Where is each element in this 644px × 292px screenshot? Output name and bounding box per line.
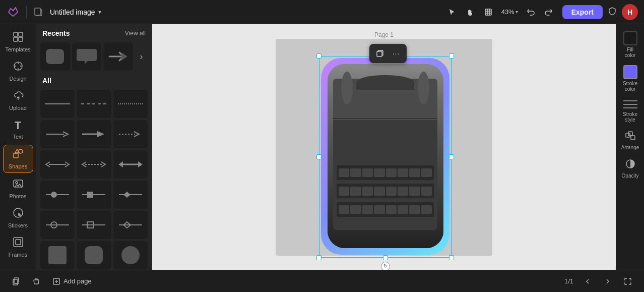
sidebar-item-text[interactable]: T Text <box>3 116 33 143</box>
stroke-style-icon <box>623 99 637 110</box>
svg-point-21 <box>51 192 57 198</box>
shape-slider2-diamond[interactable] <box>113 211 148 239</box>
handle-top-right[interactable] <box>449 53 454 59</box>
recent-rounded-rect[interactable] <box>40 42 70 71</box>
arrange-label: Arrange <box>621 145 639 150</box>
stroke-color-label: Stroke color <box>623 81 637 92</box>
copy-style-btn[interactable] <box>372 46 388 61</box>
zoom-control[interactable]: 43% ▾ <box>498 6 521 18</box>
user-avatar[interactable]: H <box>622 4 638 20</box>
shapes-grid <box>36 88 152 270</box>
app-logo[interactable] <box>6 5 20 19</box>
cursor-tool-btn[interactable] <box>444 4 460 20</box>
shape-line-dashed[interactable] <box>77 90 111 118</box>
fill-color-panel[interactable]: Fill color <box>618 29 642 60</box>
add-page-label: Add page <box>63 277 92 285</box>
prev-page-btn[interactable] <box>579 273 596 289</box>
sidebar-item-design[interactable]: Design <box>3 57 33 85</box>
hand-tool-btn[interactable] <box>462 4 478 20</box>
frames-label: Frames <box>9 252 27 258</box>
recent-arrow[interactable] <box>103 42 133 71</box>
svg-rect-7 <box>14 153 18 158</box>
svg-rect-31 <box>626 133 630 137</box>
stickers-label: Stickers <box>8 222 28 228</box>
delete-page-btn[interactable] <box>28 273 44 289</box>
svg-rect-11 <box>14 238 23 247</box>
svg-rect-0 <box>35 8 40 15</box>
shapes-panel: Recents View all <box>36 24 152 270</box>
redo-btn[interactable] <box>540 4 556 20</box>
sidebar-item-shapes[interactable]: Shapes <box>3 145 33 173</box>
document-title: Untitled image <box>50 8 95 16</box>
recents-title: Recents <box>42 29 70 37</box>
design-label: Design <box>9 76 26 82</box>
rotate-handle[interactable]: ↻ <box>381 262 390 270</box>
frame-select-btn[interactable] <box>480 4 496 20</box>
shape-arrow-right[interactable] <box>40 120 75 148</box>
shape-arrow-both-bold[interactable] <box>113 150 148 179</box>
main-content: Templates Design Upload T Text <box>0 24 644 270</box>
page-label: Page 1 <box>374 31 394 38</box>
fullscreen-btn[interactable] <box>620 273 636 289</box>
stroke-color-panel[interactable]: Stroke color <box>618 63 642 94</box>
next-page-btn[interactable] <box>600 273 616 289</box>
shape-arrow-both-dotted[interactable] <box>77 150 111 179</box>
upload-icon <box>13 90 24 103</box>
shape-circle[interactable] <box>113 241 148 269</box>
recent-speech-bubble[interactable] <box>72 42 102 71</box>
canvas-area[interactable]: Page 1 <box>152 24 616 270</box>
shapes-label: Shapes <box>9 163 27 169</box>
handle-bottom-left[interactable] <box>316 255 321 260</box>
page-counter: 1/1 <box>564 277 573 285</box>
svg-rect-3 <box>19 32 23 36</box>
view-all-link[interactable]: View all <box>125 30 146 37</box>
line-dotted-icon <box>118 103 143 104</box>
shape-arrow-dotted-right[interactable] <box>113 120 148 148</box>
sidebar-item-upload[interactable]: Upload <box>3 87 33 114</box>
more-options-btn[interactable]: ··· <box>389 46 404 61</box>
handle-mid-right[interactable] <box>449 154 454 159</box>
sidebar-item-templates[interactable]: Templates <box>3 28 33 55</box>
handle-bottom-right[interactable] <box>449 255 454 260</box>
shape-arrow-right-bold[interactable] <box>77 120 111 148</box>
sidebar-item-frames[interactable]: Frames <box>3 233 33 261</box>
document-title-area[interactable]: Untitled image ▾ <box>50 8 101 16</box>
copy-page-btn[interactable] <box>8 273 24 289</box>
all-header: All <box>36 75 152 88</box>
title-chevron: ▾ <box>98 9 101 16</box>
handle-bottom-center[interactable] <box>383 255 388 260</box>
bottom-bar: Add page 1/1 <box>0 270 644 292</box>
opacity-panel[interactable]: Opacity <box>618 156 642 181</box>
shape-slider-circle[interactable] <box>40 181 75 209</box>
arrange-panel[interactable]: Arrange <box>618 128 642 153</box>
handle-mid-left[interactable] <box>316 154 321 159</box>
stroke-color-swatch <box>623 65 637 79</box>
zoom-chevron: ▾ <box>516 9 518 15</box>
shape-square[interactable] <box>40 241 75 269</box>
recents-header: Recents View all <box>36 24 152 40</box>
shape-slider2-square[interactable] <box>77 211 111 239</box>
undo-btn[interactable] <box>523 4 539 20</box>
sidebar-item-photos[interactable]: Photos <box>3 175 33 202</box>
shape-line-solid[interactable] <box>40 90 75 118</box>
square-icon <box>48 246 67 264</box>
shape-rounded-square[interactable] <box>77 241 111 269</box>
export-btn[interactable]: Export <box>562 5 603 19</box>
shape-line-dotted[interactable] <box>113 90 148 118</box>
shape-slider2-circle[interactable] <box>40 211 75 239</box>
shape-slider-square[interactable] <box>77 181 111 209</box>
opacity-icon <box>625 158 636 171</box>
line-dashed-icon <box>81 103 106 104</box>
sidebar-icons: Templates Design Upload T Text <box>0 24 36 270</box>
upload-label: Upload <box>9 105 27 111</box>
stroke-style-panel[interactable]: Stroke style <box>618 97 642 125</box>
add-page-btn[interactable]: Add page <box>48 275 96 287</box>
handle-top-left[interactable] <box>316 53 321 59</box>
opacity-label: Opacity <box>622 173 639 179</box>
sidebar-item-stickers[interactable]: Stickers <box>3 204 33 231</box>
canvas-frame: ↻ ··· <box>276 39 492 256</box>
shape-arrow-both[interactable] <box>40 150 75 179</box>
shape-slider-diamond[interactable] <box>113 181 148 209</box>
text-icon: T <box>15 119 21 132</box>
recents-more-btn[interactable]: › <box>135 42 148 71</box>
